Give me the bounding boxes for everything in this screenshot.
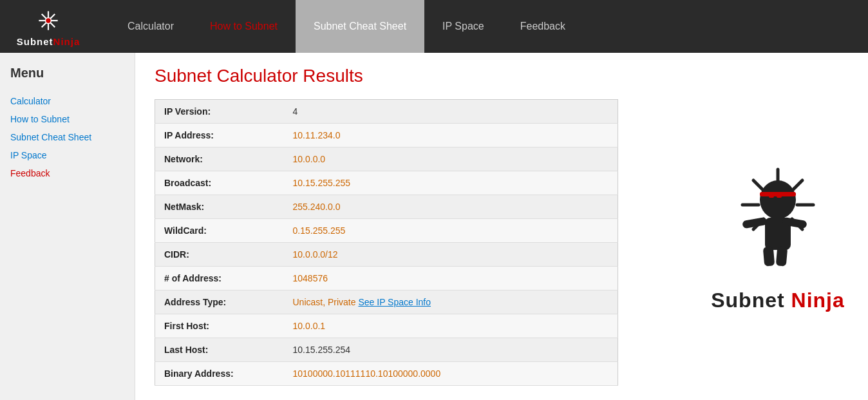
- main-content: Subnet Calculator Results IP Version:4IP…: [135, 53, 688, 400]
- table-row: Address Type:Unicast, Private See IP Spa…: [155, 290, 618, 314]
- row-value: 10.0.0.0/12: [284, 243, 618, 267]
- nav-feedback[interactable]: Feedback: [502, 0, 583, 53]
- row-label: Address Type:: [155, 290, 284, 314]
- table-row: IP Version:4: [155, 100, 618, 124]
- logo-icon: [34, 6, 62, 35]
- row-label: Network:: [155, 148, 284, 171]
- row-value: Unicast, Private See IP Space Info: [284, 290, 618, 314]
- sidebar-link-feedback[interactable]: Feedback: [10, 164, 124, 182]
- navbar: SubnetNinja Calculator How to Subnet Sub…: [0, 0, 868, 53]
- row-label: # of Address:: [155, 267, 284, 290]
- row-label: First Host:: [155, 314, 284, 338]
- row-value: 10.15.255.254: [284, 338, 618, 362]
- table-row: NetMask:255.240.0.0: [155, 195, 618, 219]
- ninja-svg: [707, 140, 849, 282]
- svg-line-12: [792, 180, 802, 191]
- table-row: WildCard:0.15.255.255: [155, 219, 618, 243]
- nav-ip-space[interactable]: IP Space: [424, 0, 502, 53]
- row-value: 4: [284, 100, 618, 124]
- table-row: CIDR:10.0.0.0/12: [155, 243, 618, 267]
- row-value: 10.0.0.1: [284, 314, 618, 338]
- row-label: Broadcast:: [155, 171, 284, 195]
- row-label: IP Version:: [155, 100, 284, 124]
- row-value: 10.15.255.255: [284, 171, 618, 195]
- row-label: Binary Address:: [155, 362, 284, 386]
- row-label: WildCard:: [155, 219, 284, 243]
- logo-text: SubnetNinja: [17, 36, 80, 47]
- row-value: 1048576: [284, 267, 618, 290]
- table-row: Binary Address:10100000.10111110.1010000…: [155, 362, 618, 386]
- row-label: IP Address:: [155, 124, 284, 148]
- row-label: Last Host:: [155, 338, 284, 362]
- page-title: Subnet Calculator Results: [155, 66, 668, 86]
- svg-rect-23: [763, 246, 775, 266]
- logo-area: SubnetNinja: [13, 6, 84, 47]
- svg-line-10: [753, 180, 764, 191]
- sidebar-link-cheat-sheet[interactable]: Subnet Cheat Sheet: [10, 128, 124, 146]
- ninja-area: Subnet Ninja: [688, 53, 868, 400]
- sidebar-link-how-to-subnet[interactable]: How to Subnet: [10, 110, 124, 128]
- ninja-brand: Subnet Ninja: [711, 289, 845, 312]
- table-row: Network:10.0.0.0: [155, 148, 618, 171]
- see-ip-space-link[interactable]: See IP Space Info: [358, 297, 431, 307]
- nav-how-to-subnet[interactable]: How to Subnet: [192, 0, 296, 53]
- row-value: 10.0.0.0: [284, 148, 618, 171]
- svg-point-16: [760, 180, 796, 219]
- results-table: IP Version:4IP Address:10.11.234.0Networ…: [155, 99, 618, 386]
- row-value: 0.15.255.255: [284, 219, 618, 243]
- svg-point-5: [46, 18, 50, 23]
- nav-links: Calculator How to Subnet Subnet Cheat Sh…: [109, 0, 855, 53]
- table-row: Broadcast:10.15.255.255: [155, 171, 618, 195]
- row-value: 10100000.10111110.10100000.0000: [284, 362, 618, 386]
- row-label: NetMask:: [155, 195, 284, 219]
- row-value: 255.240.0.0: [284, 195, 618, 219]
- sidebar-link-ip-space[interactable]: IP Space: [10, 146, 124, 164]
- nav-calculator[interactable]: Calculator: [109, 0, 192, 53]
- table-row: First Host:10.0.0.1: [155, 314, 618, 338]
- sidebar-link-calculator[interactable]: Calculator: [10, 92, 124, 110]
- svg-rect-24: [776, 246, 788, 266]
- row-label: CIDR:: [155, 243, 284, 267]
- table-row: IP Address:10.11.234.0: [155, 124, 618, 148]
- nav-subnet-cheat-sheet[interactable]: Subnet Cheat Sheet: [296, 0, 424, 53]
- row-value: 10.11.234.0: [284, 124, 618, 148]
- svg-rect-19: [760, 192, 796, 196]
- sidebar-menu-title: Menu: [10, 66, 124, 81]
- table-row: Last Host:10.15.255.254: [155, 338, 618, 362]
- sidebar: Menu Calculator How to Subnet Subnet Che…: [0, 53, 135, 400]
- page-body: Menu Calculator How to Subnet Subnet Che…: [0, 53, 868, 400]
- table-row: # of Address:1048576: [155, 267, 618, 290]
